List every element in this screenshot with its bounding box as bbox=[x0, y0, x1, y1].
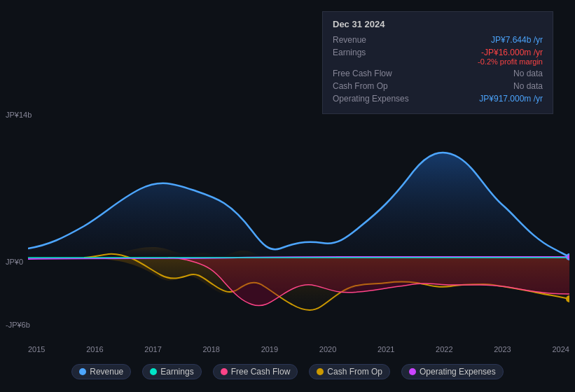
x-label-2023: 2023 bbox=[494, 345, 511, 354]
x-label-2017: 2017 bbox=[144, 345, 161, 354]
x-axis: 2015 2016 2017 2018 2019 2020 2021 2022 … bbox=[28, 345, 569, 354]
tooltip-row-opex: Operating Expenses JP¥917.000m /yr bbox=[333, 94, 543, 104]
legend: Revenue Earnings Free Cash Flow Cash Fro… bbox=[0, 364, 575, 379]
tooltip: Dec 31 2024 Revenue JP¥7.644b /yr Earnin… bbox=[322, 11, 553, 114]
tooltip-sub-earnings: -0.2% profit margin bbox=[478, 57, 543, 66]
tooltip-value-cashfromop: No data bbox=[513, 81, 543, 91]
x-label-2022: 2022 bbox=[436, 345, 452, 354]
tooltip-row-earnings: Earnings -JP¥16.000m /yr -0.2% profit ma… bbox=[333, 48, 543, 66]
legend-item-earnings[interactable]: Earnings bbox=[142, 364, 201, 379]
tooltip-label-opex: Operating Expenses bbox=[333, 94, 417, 104]
x-label-2019: 2019 bbox=[261, 345, 278, 354]
y-label-bot: -JP¥6b bbox=[6, 321, 30, 329]
legend-dot-earnings bbox=[150, 368, 157, 375]
y-label-mid: JP¥0 bbox=[6, 258, 23, 266]
legend-dot-fcf bbox=[221, 368, 228, 375]
x-label-2015: 2015 bbox=[28, 345, 45, 354]
legend-dot-opex bbox=[409, 368, 416, 375]
tooltip-title: Dec 31 2024 bbox=[333, 19, 543, 29]
legend-item-fcf[interactable]: Free Cash Flow bbox=[213, 364, 298, 379]
chart-area bbox=[28, 108, 569, 336]
tooltip-value-fcf: No data bbox=[513, 69, 543, 78]
tooltip-row-revenue: Revenue JP¥7.644b /yr bbox=[333, 35, 543, 45]
tooltip-label-cashfromop: Cash From Op bbox=[333, 81, 417, 91]
tooltip-row-fcf: Free Cash Flow No data bbox=[333, 69, 543, 78]
legend-dot-cashfromop bbox=[317, 368, 324, 375]
x-label-2016: 2016 bbox=[86, 345, 103, 354]
legend-label-opex: Operating Expenses bbox=[420, 367, 496, 377]
chart-svg bbox=[28, 108, 569, 336]
tooltip-value-earnings: -JP¥16.000m /yr bbox=[478, 48, 543, 57]
x-label-2021: 2021 bbox=[377, 345, 394, 354]
tooltip-label-fcf: Free Cash Flow bbox=[333, 69, 417, 78]
legend-label-earnings: Earnings bbox=[160, 367, 193, 377]
x-label-2024: 2024 bbox=[552, 345, 569, 354]
tooltip-value-opex: JP¥917.000m /yr bbox=[479, 94, 543, 104]
legend-label-fcf: Free Cash Flow bbox=[231, 367, 291, 377]
x-label-2020: 2020 bbox=[319, 345, 336, 354]
legend-item-opex[interactable]: Operating Expenses bbox=[401, 364, 504, 379]
chart-container: Dec 31 2024 Revenue JP¥7.644b /yr Earnin… bbox=[0, 0, 575, 392]
legend-label-revenue: Revenue bbox=[90, 367, 123, 377]
tooltip-label-earnings: Earnings bbox=[333, 48, 417, 57]
legend-dot-revenue bbox=[79, 368, 86, 375]
legend-label-cashfromop: Cash From Op bbox=[327, 367, 382, 377]
tooltip-label-revenue: Revenue bbox=[333, 35, 417, 45]
legend-item-revenue[interactable]: Revenue bbox=[71, 364, 131, 379]
legend-item-cashfromop[interactable]: Cash From Op bbox=[309, 364, 390, 379]
tooltip-row-cashfromop: Cash From Op No data bbox=[333, 81, 543, 91]
x-label-2018: 2018 bbox=[202, 345, 219, 354]
tooltip-value-revenue: JP¥7.644b /yr bbox=[491, 35, 543, 45]
